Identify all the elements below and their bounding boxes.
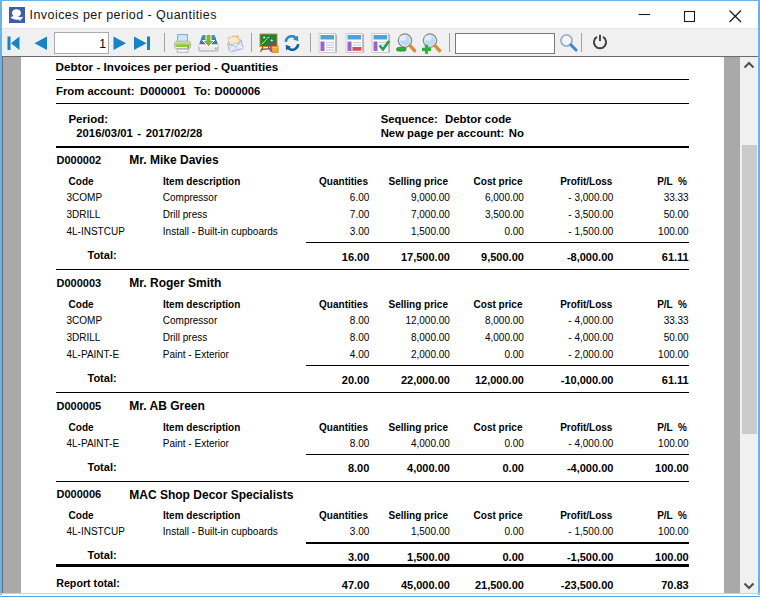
svg-text:s: s bbox=[19, 15, 22, 23]
